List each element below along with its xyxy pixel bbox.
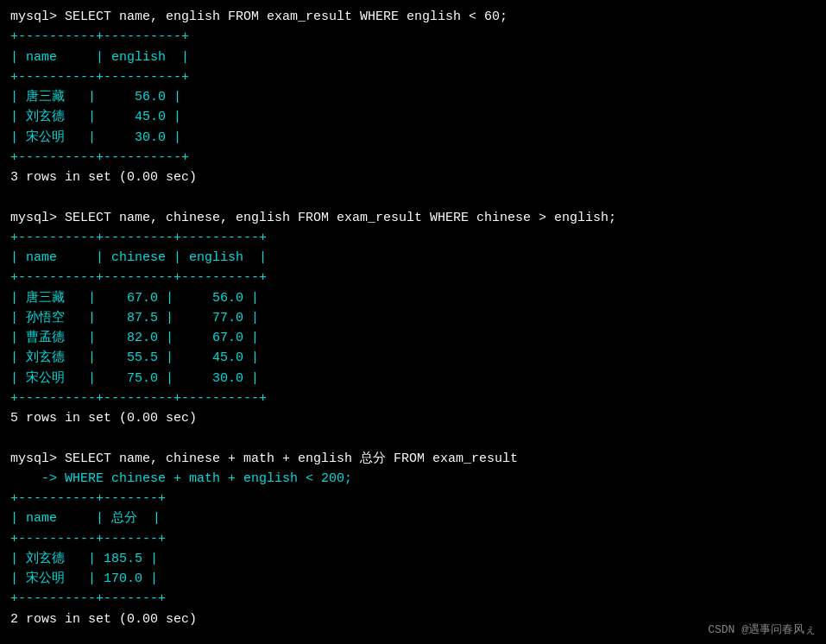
block1-prompt: mysql> SELECT name, english FROM exam_re… [10,9,508,24]
block3-table-row4: | 宋公明 | 170.0 | [10,571,158,586]
block1-table-row2: +----------+----------+ [10,70,189,85]
block2-table-row1: | name | chinese | english | [10,250,267,265]
block3-continuation: -> WHERE chinese + math + english < 200; [10,471,352,486]
terminal: mysql> SELECT name, english FROM exam_re… [10,7,816,629]
block1-table-row1: | name | english | [10,50,189,65]
block2-table-row4: | 孙悟空 | 87.5 | 77.0 | [10,311,259,325]
block1-table-row5: | 宋公明 | 30.0 | [10,130,181,145]
block3-table-row3: | 刘玄德 | 185.5 | [10,552,158,566]
block1-table-row0: +----------+----------+ [10,29,189,44]
block2-rows: 5 rows in set (0.00 sec) [10,411,197,426]
watermark: CSDN @遇事问春风ぇ [708,622,816,637]
block2-table-row8: +----------+---------+----------+ [10,391,267,406]
block3-table-row1: | name | 总分 | [10,511,161,526]
block2-table-row3: | 唐三藏 | 67.0 | 56.0 | [10,291,259,306]
block1-table-row6: +----------+----------+ [10,150,189,165]
block2-table-row0: +----------+---------+----------+ [10,230,267,245]
block2-prompt: mysql> SELECT name, chinese, english FRO… [10,211,616,225]
block3-table-row2: +----------+-------+ [10,532,166,546]
block3-prompt: mysql> SELECT name, chinese + math + eng… [10,451,518,466]
block1-table-row4: | 刘玄德 | 45.0 | [10,110,181,124]
block1-table-row3: | 唐三藏 | 56.0 | [10,90,181,104]
block2-table-row5: | 曹孟德 | 82.0 | 67.0 | [10,331,259,345]
block2-table-row2: +----------+---------+----------+ [10,270,267,285]
block3-table-row5: +----------+-------+ [10,591,166,606]
block2-table-row7: | 宋公明 | 75.0 | 30.0 | [10,371,259,386]
terminal-pre: mysql> SELECT name, english FROM exam_re… [10,7,816,629]
block3-rows: 2 rows in set (0.00 sec) [10,612,197,627]
block2-table-row6: | 刘玄德 | 55.5 | 45.0 | [10,350,259,365]
block3-table-row0: +----------+-------+ [10,491,166,506]
block1-rows: 3 rows in set (0.00 sec) [10,170,197,185]
